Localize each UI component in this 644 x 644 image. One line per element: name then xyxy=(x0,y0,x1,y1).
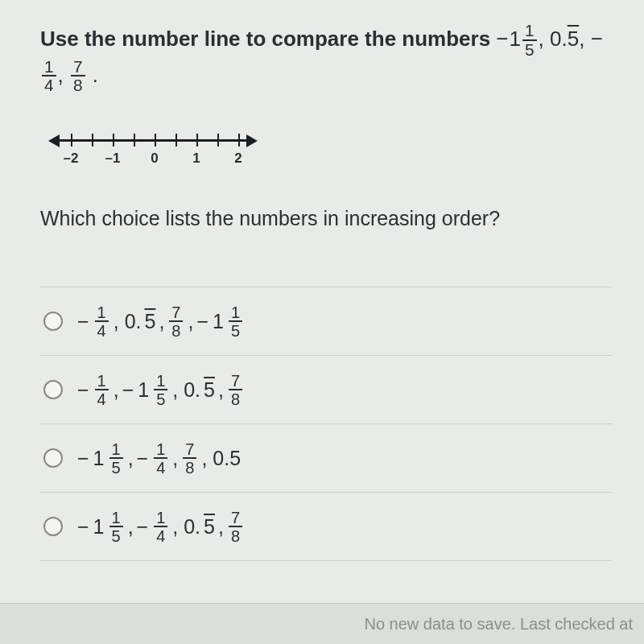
tick-label-neg1: –1 xyxy=(105,151,121,167)
question-container: Use the number line to compare the numbe… xyxy=(0,0,644,561)
sub-question: Which choice lists the numbers in increa… xyxy=(40,207,612,230)
answer-choices: −14, 0.5, 78, −115 −14, −115, 0.5, 78 −1… xyxy=(40,287,612,561)
question-prompt: Use the number line to compare the numbe… xyxy=(40,23,612,94)
radio-icon[interactable] xyxy=(43,312,63,331)
choice-a-content: −14, 0.5, 78, −115 xyxy=(77,304,244,339)
tick-label-one: 1 xyxy=(192,151,200,167)
tick-label-neg2: –2 xyxy=(64,151,79,167)
choice-c[interactable]: −115, −14, 78, 0.5 xyxy=(40,423,612,492)
choice-d-content: −115, −14, 0.5, 78 xyxy=(77,510,244,544)
choice-b-content: −14, −115, 0.5, 78 xyxy=(77,373,244,407)
arrow-right-icon xyxy=(246,134,258,147)
save-status-bar: No new data to save. Last checked at xyxy=(0,603,644,644)
number-line-axis xyxy=(56,139,250,142)
prompt-bold: Use the number line to compare the numbe… xyxy=(40,27,496,51)
choice-b[interactable]: −14, −115, 0.5, 78 xyxy=(40,355,612,423)
save-status-text: No new data to save. Last checked at xyxy=(364,615,633,634)
radio-icon[interactable] xyxy=(43,380,63,399)
choice-c-content: −115, −14, 78, 0.5 xyxy=(77,441,241,476)
choice-a[interactable]: −14, 0.5, 78, −115 xyxy=(40,287,612,355)
radio-icon[interactable] xyxy=(43,517,63,536)
number-line: –2 –1 0 1 2 xyxy=(48,126,258,175)
radio-icon[interactable] xyxy=(43,448,63,468)
tick-label-two: 2 xyxy=(234,151,242,167)
choice-d[interactable]: −115, −14, 0.5, 78 xyxy=(40,492,612,561)
tick-label-zero: 0 xyxy=(151,151,158,167)
